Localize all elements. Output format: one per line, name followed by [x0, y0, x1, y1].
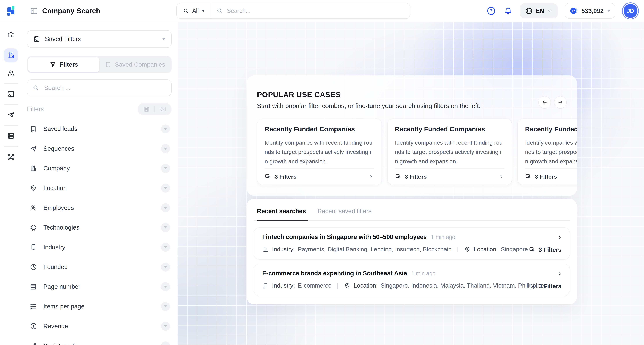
sidebar-search-input[interactable] — [43, 84, 166, 92]
data-server-icon — [7, 132, 15, 140]
funnel-icon — [50, 61, 56, 68]
tab-recent-saved-filters[interactable]: Recent saved filters — [318, 208, 372, 215]
chevron-down-icon[interactable] — [161, 124, 170, 133]
language-selector[interactable]: EN — [520, 4, 558, 18]
location-label: Location: — [354, 282, 378, 289]
credits-count: 533,092 — [581, 8, 604, 15]
recent-search-row[interactable]: Fintech companies in Singapore with 50–5… — [254, 227, 570, 260]
recent-search-title: Fintech companies in Singapore with 50–5… — [262, 233, 427, 240]
filter-item-revenue[interactable]: $ Revenue — [27, 316, 172, 336]
svg-text:?: ? — [490, 9, 492, 14]
chevron-down-icon[interactable] — [161, 243, 170, 252]
row-filters-badge: 3 Filters — [529, 283, 562, 289]
filter-item-technologies[interactable]: Technologies — [27, 218, 172, 237]
help-icon[interactable]: ? — [486, 6, 496, 16]
search-icon — [216, 8, 223, 15]
chevron-down-icon[interactable] — [161, 223, 170, 232]
filter-item-employees[interactable]: Employees — [27, 198, 172, 218]
filter-item-page-number[interactable]: Page number — [27, 277, 172, 297]
globe-icon — [525, 7, 533, 15]
filter-item-saved-leads[interactable]: Saved leads — [27, 119, 172, 139]
filter-item-items-per-page[interactable]: Items per page — [27, 296, 172, 316]
search-icon — [32, 84, 40, 92]
filter-item-sequences[interactable]: Sequences — [27, 139, 172, 159]
card-title: Recently Funded Companies — [395, 125, 504, 133]
bell-icon[interactable] — [503, 6, 513, 16]
divider — [4, 125, 18, 126]
divider — [154, 106, 155, 112]
caret-down-icon — [607, 10, 610, 12]
filter-item-founded[interactable]: Founded — [27, 257, 172, 277]
chevron-down-icon[interactable] — [161, 322, 170, 331]
chevron-down-icon[interactable] — [161, 203, 170, 212]
chevron-down-icon[interactable] — [161, 184, 170, 193]
location-value: Singapore — [501, 246, 528, 253]
saved-filters-dropdown[interactable]: Saved Filters — [27, 30, 172, 48]
search-icon — [183, 8, 189, 14]
filter-item-location[interactable]: Location — [27, 178, 172, 198]
rail-screen-cast[interactable] — [4, 87, 18, 101]
popular-use-cases-panel: POPULAR USE CASES Start with popular fil… — [247, 76, 577, 196]
tab-recent-searches[interactable]: Recent searches — [257, 208, 306, 215]
save-icon[interactable] — [143, 106, 150, 113]
bookmark-icon — [30, 125, 37, 133]
page-title: Company Search — [42, 7, 100, 15]
rail-home[interactable] — [4, 28, 18, 42]
arrow-right-button[interactable] — [554, 96, 567, 109]
app-logo[interactable] — [0, 0, 22, 22]
filters-section-header: Filters — [27, 103, 172, 116]
sidebar-toggle-icon[interactable] — [30, 7, 38, 15]
use-case-card[interactable]: Recently Funded Companies Identify compa… — [518, 119, 577, 185]
filter-tools — [138, 103, 172, 115]
rail-workflows[interactable] — [4, 150, 18, 164]
chevron-down-icon[interactable] — [161, 144, 170, 153]
filter-label: Company — [44, 165, 161, 172]
filter-label: Location — [44, 185, 161, 192]
chevron-down-icon[interactable] — [161, 282, 170, 291]
use-case-card[interactable]: Recently Funded Companies Identify compa… — [257, 119, 382, 185]
people-icon — [7, 69, 15, 77]
tab-filters[interactable]: Filters — [28, 57, 99, 72]
filter-item-company[interactable]: Company — [27, 159, 172, 178]
saved-filters-label: Saved Filters — [45, 36, 158, 43]
use-case-cards: Recently Funded Companies Identify compa… — [257, 119, 577, 185]
svg-text:$: $ — [32, 325, 34, 328]
row-filters-label: 3 Filters — [539, 283, 562, 289]
recent-search-meta: Industry: E-commerce | Location: Singapo… — [262, 282, 561, 289]
card-footer: 3 Filters — [395, 168, 504, 180]
card-description: Identify companies with recent funding r… — [395, 138, 504, 166]
cursor-click-icon — [525, 173, 532, 180]
filters-section-label: Filters — [27, 106, 44, 113]
recent-search-time: 1 min ago — [411, 270, 436, 277]
global-search-input[interactable] — [223, 8, 410, 14]
recent-search-meta: Industry: Payments, Digital Banking, Len… — [262, 246, 561, 253]
coin-icon: P — [570, 7, 578, 15]
list-icon — [30, 302, 37, 310]
avatar[interactable]: JD — [624, 4, 638, 18]
rail-data[interactable] — [4, 129, 18, 143]
filter-item-social-media[interactable]: Social media — [27, 336, 172, 345]
filter-item-industry[interactable]: Industry — [27, 237, 172, 257]
rail-company-search[interactable] — [4, 49, 18, 62]
arrow-left-button[interactable] — [538, 96, 551, 109]
chip-icon — [30, 224, 37, 232]
cursor-click-icon — [264, 173, 271, 180]
filter-label: Technologies — [44, 224, 161, 231]
search-scope-dropdown[interactable]: All — [176, 3, 211, 19]
people-icon — [30, 204, 37, 212]
chevron-down-icon[interactable] — [161, 164, 170, 173]
use-case-card[interactable]: Recently Funded Companies Identify compa… — [387, 119, 512, 185]
divider — [211, 3, 211, 19]
clear-filters-icon[interactable] — [160, 106, 166, 113]
tab-saved-companies[interactable]: Saved Companies — [100, 57, 170, 72]
rail-people-search[interactable] — [4, 66, 18, 80]
credits-dropdown[interactable]: P 533,092 — [565, 3, 615, 19]
popular-title: POPULAR USE CASES — [257, 90, 481, 99]
row-filters-label: 3 Filters — [539, 246, 562, 253]
chevron-down-icon[interactable] — [161, 302, 170, 311]
chevron-down-icon[interactable] — [161, 262, 170, 271]
rail-sequences[interactable] — [4, 108, 18, 122]
industry-value: Payments, Digital Banking, Lending, Insu… — [298, 246, 452, 253]
chevron-down-icon[interactable] — [161, 341, 170, 345]
recent-search-row[interactable]: E-commerce brands expanding in Southeast… — [254, 264, 570, 296]
